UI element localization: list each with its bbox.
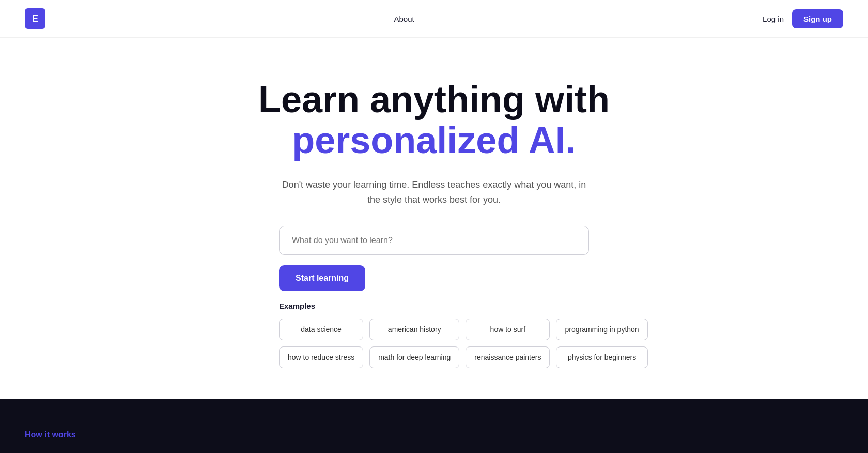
dark-section: How it works Step 1 Step 2 Step 3 [0, 399, 868, 453]
start-learning-button[interactable]: Start learning [279, 265, 365, 291]
example-chip-programming-python[interactable]: programming in python [556, 319, 647, 340]
hero-title-line1: Learn anything with [258, 79, 610, 120]
signup-button[interactable]: Sign up [792, 9, 843, 28]
example-chip-physics-beginners[interactable]: physics for beginners [556, 346, 647, 368]
nav-link-about[interactable]: About [394, 14, 414, 23]
search-input[interactable] [279, 226, 589, 255]
navbar: E About Log in Sign up [0, 0, 868, 38]
example-chip-data-science[interactable]: data science [279, 319, 363, 340]
how-it-works-label: How it works [25, 430, 843, 440]
example-chip-american-history[interactable]: american history [369, 319, 459, 340]
examples-section: Examples data science american history h… [279, 301, 589, 368]
hero-subtitle: Don't waste your learning time. Endless … [279, 177, 589, 207]
hero-title: Learn anything with personalized AI. [258, 79, 610, 161]
hero-section: Learn anything with personalized AI. Don… [0, 38, 868, 399]
example-chip-how-to-surf[interactable]: how to surf [466, 319, 550, 340]
example-chip-renaissance-painters[interactable]: renaissance painters [466, 346, 550, 368]
nav-links: About [394, 14, 414, 23]
example-chip-math-deep-learning[interactable]: math for deep learning [369, 346, 459, 368]
examples-label: Examples [279, 301, 589, 310]
login-button[interactable]: Log in [763, 14, 784, 23]
examples-grid: data science american history how to sur… [279, 319, 589, 368]
nav-actions: Log in Sign up [763, 9, 843, 28]
logo[interactable]: E [25, 8, 45, 29]
example-chip-reduce-stress[interactable]: how to reduce stress [279, 346, 363, 368]
hero-title-accent: personalized AI. [292, 119, 576, 161]
